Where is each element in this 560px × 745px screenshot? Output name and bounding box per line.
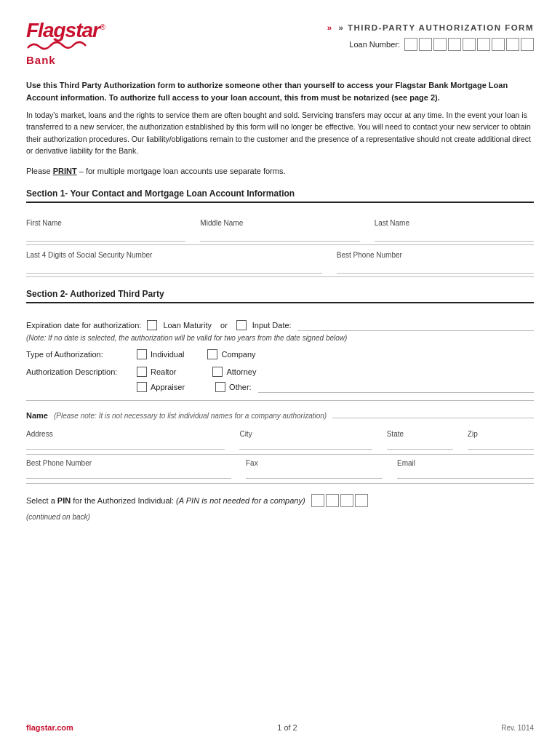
last-name-label: Last Name [375, 219, 534, 227]
or-text: or [220, 321, 228, 330]
loan-box-7[interactable] [492, 38, 505, 51]
loan-number-label: Loan Number: [349, 40, 400, 49]
state-input[interactable] [387, 438, 453, 450]
middle-name-input[interactable] [200, 228, 359, 242]
ssn-label: Last 4 Digits of Social Security Number [26, 251, 322, 259]
last-name-input[interactable] [375, 228, 534, 242]
loan-maturity-label: Loan Maturity [163, 321, 212, 330]
input-date-label: Input Date: [252, 321, 292, 330]
input-date-input[interactable] [297, 319, 534, 331]
name-field-row: Name (Please note: It is not necessary t… [26, 407, 534, 420]
logo-area: Flagstar® Bank [26, 20, 105, 66]
pin-label: Select a PIN for the Authorized Individu… [26, 496, 305, 505]
pin-box-2[interactable] [326, 494, 339, 507]
pin-word: PIN [57, 496, 71, 505]
section1-title: Section 1- Your Contact and Mortgage Loa… [26, 188, 534, 203]
logo-flagstar: Flagstar® [26, 20, 105, 41]
loan-box-6[interactable] [477, 38, 490, 51]
company-option: Company [207, 349, 255, 359]
pin-boxes [311, 494, 368, 507]
section2-title: Section 2- Authorized Third Party [26, 289, 534, 303]
pin-box-3[interactable] [340, 494, 353, 507]
email-label: Email [397, 459, 534, 467]
middle-name-field: Middle Name [200, 219, 374, 242]
loan-box-3[interactable] [433, 38, 447, 51]
first-name-label: First Name [26, 219, 185, 227]
logo-wave-icon [26, 39, 92, 52]
first-name-input[interactable] [26, 228, 185, 242]
print-word: PRINT [53, 167, 77, 175]
loan-box-2[interactable] [419, 38, 432, 51]
other-input[interactable] [258, 381, 534, 393]
intro-normal-text: In today's market, loans and the rights … [26, 109, 534, 156]
middle-name-label: Middle Name [200, 219, 359, 227]
phone-label: Best Phone Number [337, 251, 534, 259]
fax-input[interactable] [246, 467, 383, 479]
address-field: Address [26, 430, 225, 450]
name-bold-label: Name [26, 411, 48, 420]
loan-box-5[interactable] [463, 38, 476, 51]
footer-url: flagstar.com [26, 723, 73, 732]
loan-box-4[interactable] [448, 38, 461, 51]
address-row: Address City State Zip [26, 426, 534, 455]
auth-type-label: Type of Authorization: [26, 350, 128, 359]
email-input[interactable] [397, 467, 534, 479]
form-title: » » THIRD-PARTY AUTHORIZATION FORM [327, 23, 534, 32]
best-phone-input[interactable] [26, 467, 231, 479]
city-field: City [239, 430, 372, 450]
company-label: Company [221, 350, 255, 359]
realtor-checkbox[interactable] [137, 367, 147, 377]
auth-type-row: Type of Authorization: Individual Compan… [26, 349, 534, 359]
ssn-input[interactable] [26, 260, 322, 274]
loan-box-1[interactable] [404, 38, 417, 51]
pin-row: Select a PIN for the Authorized Individu… [26, 494, 534, 507]
pin-italic: (A PIN is not needed for a company) [176, 496, 305, 505]
name-row: First Name Middle Name Last Name [26, 213, 534, 245]
section1: Section 1- Your Contact and Mortgage Loa… [26, 188, 534, 277]
name-note: (Please note: It is not necessary to lis… [54, 412, 327, 420]
attorney-checkbox[interactable] [212, 367, 223, 377]
auth-desc-label: Authorization Description: [26, 367, 128, 376]
continued-note: (continued on back) [26, 513, 534, 521]
first-name-field: First Name [26, 219, 200, 242]
loan-box-9[interactable] [521, 38, 534, 51]
address-input[interactable] [26, 438, 225, 450]
company-checkbox[interactable] [207, 349, 217, 359]
best-phone-label: Best Phone Number [26, 459, 231, 467]
state-label: State [387, 430, 453, 438]
footer-page: 1 of 2 [277, 723, 297, 732]
zip-input[interactable] [468, 438, 534, 450]
last-name-field: Last Name [375, 219, 534, 242]
desc-row2: Appraiser Other: [137, 381, 534, 393]
address-label: Address [26, 430, 225, 438]
title-arrow-icon: » [327, 23, 332, 32]
loan-box-8[interactable] [506, 38, 519, 51]
logo-bank: Bank [26, 54, 56, 66]
phone-input[interactable] [337, 260, 534, 274]
loan-maturity-checkbox[interactable] [147, 320, 157, 330]
contact-row: Best Phone Number Fax Email [26, 455, 534, 484]
pin-box-1[interactable] [311, 494, 324, 507]
ssn-phone-row: Last 4 Digits of Social Security Number … [26, 245, 534, 277]
print-note: Please PRINT – for multiple mortgage loa… [26, 167, 534, 175]
fax-field: Fax [246, 459, 383, 479]
intro-bold-text: Use this Third Party Authorization form … [26, 79, 534, 103]
appraiser-label: Appraiser [151, 383, 185, 391]
email-field: Email [397, 459, 534, 479]
pin-box-4[interactable] [355, 494, 368, 507]
divider1 [26, 400, 534, 401]
appraiser-checkbox[interactable] [137, 382, 147, 392]
appraiser-option: Appraiser [137, 382, 185, 392]
loan-number-boxes [404, 38, 534, 51]
other-checkbox[interactable] [215, 382, 225, 392]
individual-checkbox[interactable] [137, 349, 147, 359]
realtor-label: Realtor [151, 367, 176, 376]
name-input[interactable] [332, 407, 534, 418]
ssn-field: Last 4 Digits of Social Security Number [26, 251, 337, 274]
header: Flagstar® Bank » » THIRD-PARTY AUTHORIZA… [26, 20, 534, 66]
fax-label: Fax [246, 459, 383, 467]
city-input[interactable] [239, 438, 372, 450]
best-phone-field: Best Phone Number [26, 459, 231, 479]
input-date-checkbox[interactable] [236, 320, 247, 330]
footer: flagstar.com 1 of 2 Rev. 1014 [26, 723, 534, 732]
